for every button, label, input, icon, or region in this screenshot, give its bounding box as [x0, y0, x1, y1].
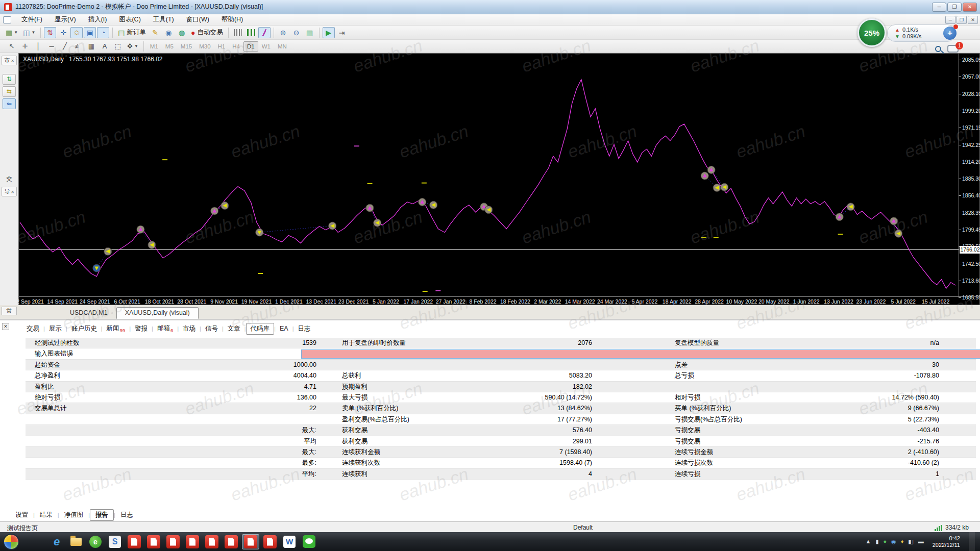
terminal-tab-日志[interactable]: 日志	[294, 323, 315, 334]
chart-area[interactable]: XAUUSD,Daily1755.30 1767.93 1751.98 1766…	[18, 53, 980, 305]
terminal-tab-EA[interactable]: EA	[276, 324, 292, 333]
common-collapsed-tab[interactable]: 常	[2, 307, 17, 315]
market-watch-collapsed-tab[interactable]: 市✕	[2, 56, 17, 65]
mt4-terminal-icon[interactable]	[261, 534, 279, 549]
timeframe-M15[interactable]: M15	[177, 41, 195, 52]
restore-button[interactable]: ❐	[947, 3, 962, 12]
chart-tab-XAUUSD,Daily (visual)[interactable]: XAUUSD,Daily (visual)	[116, 307, 199, 319]
close-icon[interactable]: ✕	[2, 323, 9, 330]
tester-tab-报告[interactable]: 报告	[90, 509, 114, 521]
terminal-tab-警报[interactable]: 警报	[131, 323, 152, 334]
scroll-up-button[interactable]: ⇅	[3, 74, 16, 85]
terminal-tab-代码库[interactable]: 代码库	[246, 323, 275, 335]
green-browser-icon[interactable]: e	[87, 534, 104, 549]
timeframe-M30[interactable]: M30	[195, 41, 214, 52]
signals-button[interactable]: ◍	[176, 27, 188, 38]
trade-marker[interactable]	[701, 172, 708, 180]
mt4-terminal-icon[interactable]	[223, 534, 240, 549]
trade-marker[interactable]	[721, 183, 728, 191]
horizontal-line-tool[interactable]: ─	[45, 41, 58, 52]
timeframe-MN[interactable]: MN	[274, 41, 290, 52]
trade-marker[interactable]	[148, 241, 156, 248]
terminal-tab-交易[interactable]: 交易	[22, 323, 43, 334]
show-desktop-button[interactable]	[969, 532, 975, 551]
menu-item-帮助[interactable]: 帮助(H)	[215, 14, 249, 25]
trade-marker[interactable]	[890, 217, 898, 225]
trade-marker[interactable]	[93, 264, 101, 272]
terminal-tab-新闻[interactable]: 新闻99	[103, 323, 130, 334]
trendline-tool[interactable]: ╱	[59, 41, 71, 52]
timeframe-H1[interactable]: H1	[214, 41, 229, 52]
menu-item-文件[interactable]: 文件(F)	[15, 14, 48, 25]
display-icon[interactable]: ◧	[908, 538, 913, 545]
trade-marker[interactable]	[374, 219, 381, 227]
trade-marker[interactable]	[256, 229, 263, 236]
label-tool[interactable]: ⬚	[112, 41, 124, 52]
mt4-terminal-icon[interactable]	[126, 534, 143, 549]
scroll-swap-button[interactable]: ⇆	[3, 86, 16, 97]
trade-marker[interactable]	[895, 230, 902, 237]
line-chart-type-button[interactable]	[258, 27, 271, 38]
sync-icon[interactable]: ◉	[891, 538, 896, 545]
mt4-terminal-icon[interactable]	[164, 534, 182, 549]
text-tool[interactable]: A	[99, 41, 111, 52]
channel-tool[interactable]: ≢	[72, 41, 84, 52]
trade-marker[interactable]	[419, 198, 426, 206]
navigator-button[interactable]: ✩	[70, 27, 83, 38]
close-icon[interactable]: ✕	[11, 59, 14, 63]
chart-tab-USDCAD,M1[interactable]: USDCAD,M1	[61, 307, 116, 319]
start-button[interactable]	[3, 534, 19, 550]
taskbar-clock[interactable]: 0:42 2022/12/11	[928, 535, 964, 548]
terminal-button[interactable]: ▣	[84, 27, 96, 38]
terminal-tab-邮箱[interactable]: 邮箱6	[153, 323, 177, 334]
tester-tab-净值图[interactable]: 净值图	[59, 510, 89, 520]
mdi-minimize-button[interactable]: ─	[945, 16, 955, 24]
menu-item-插入[interactable]: 插入(I)	[82, 14, 113, 25]
shapes-tool[interactable]: ✥▼	[125, 41, 140, 52]
trade-marker[interactable]	[137, 226, 144, 233]
trade-marker[interactable]	[104, 247, 112, 255]
tester-tab-结果[interactable]: 结果	[35, 510, 58, 520]
terminal-tab-文章[interactable]: 文章	[224, 323, 244, 334]
chart-shift-button[interactable]: ⇥	[336, 27, 348, 38]
trade-marker[interactable]	[430, 201, 437, 209]
market-watch-button[interactable]: ⇅	[44, 27, 56, 38]
dock-left-button[interactable]: ⇐	[3, 98, 16, 109]
wps-icon[interactable]: W	[281, 534, 298, 549]
terminal-tab-信号[interactable]: 信号	[201, 323, 222, 334]
explorer-folder-icon[interactable]	[67, 534, 85, 549]
minimize-button[interactable]: ─	[932, 3, 946, 12]
fibonacci-tool[interactable]: ▦	[85, 41, 97, 52]
mt4-terminal-icon[interactable]	[184, 534, 201, 549]
search-icon[interactable]	[935, 46, 941, 52]
autotrade-button[interactable]: ●自动交易	[189, 27, 225, 38]
cursor-tool[interactable]: ↖	[6, 41, 18, 52]
close-icon[interactable]: ✕	[11, 190, 14, 194]
mt4-terminal-icon[interactable]	[145, 534, 162, 549]
mt4-terminal-icon[interactable]	[242, 534, 259, 549]
antivirus-icon[interactable]: ●	[883, 538, 887, 545]
tile-windows-button[interactable]: ▦	[304, 27, 316, 38]
terminal-tab-展示[interactable]: 展示	[45, 323, 66, 334]
close-button[interactable]: ✕	[963, 3, 977, 12]
timeframe-H4[interactable]: H4	[229, 41, 243, 52]
strategy-tester-button[interactable]: ◔	[97, 27, 109, 38]
profiles-button[interactable]: ◫▼	[21, 27, 37, 38]
new-order-button[interactable]: ▤新订单	[116, 27, 148, 38]
bar-chart-type-button[interactable]	[232, 27, 244, 38]
crosshair-tool[interactable]: ✛	[19, 41, 31, 52]
trade-marker[interactable]	[221, 202, 229, 209]
internet-explorer-icon[interactable]: e	[48, 534, 65, 549]
candle-chart-type-button[interactable]	[245, 27, 257, 38]
menu-item-窗口[interactable]: 窗口(W)	[180, 14, 215, 25]
trade-marker[interactable]	[211, 207, 218, 215]
mdi-close-button[interactable]: ✕	[968, 16, 978, 24]
trade-marker[interactable]	[707, 166, 715, 173]
wechat-icon[interactable]	[300, 534, 317, 549]
menu-item-图表[interactable]: 图表(C)	[113, 14, 146, 25]
s-app-icon[interactable]: S	[106, 534, 124, 549]
tester-tab-设置[interactable]: 设置	[10, 510, 33, 520]
mdi-restore-button[interactable]: ❐	[957, 16, 967, 24]
menu-item-工具[interactable]: 工具(T)	[147, 14, 180, 25]
data-window-button[interactable]: ✛	[57, 27, 69, 38]
